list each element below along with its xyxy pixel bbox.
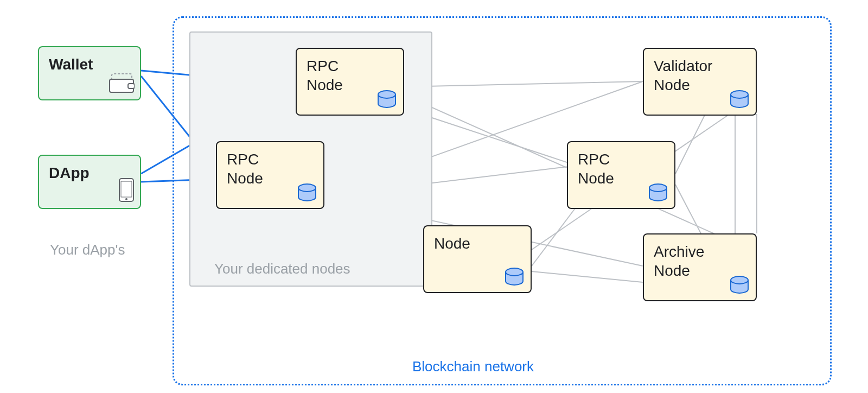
dedicated-caption: Your dedicated nodes [214,261,350,277]
phone-icon [118,178,135,205]
validator-node: Validator Node [643,48,757,116]
svg-rect-21 [128,84,135,88]
generic-node: Node [423,225,532,293]
network-rpc-node: RPC Node [567,141,675,209]
svg-point-27 [506,268,523,276]
clients-caption: Your dApp's [50,242,125,258]
svg-point-30 [731,276,748,284]
diagram-stage: Wallet DApp Your dApp's RPC Node RPC Nod… [0,0,868,393]
network-caption: Blockchain network [412,358,534,375]
dedicated-rpc-node-2: RPC Node [216,141,324,209]
svg-point-26 [298,184,316,192]
network-rpc-node-label: RPC Node [578,150,665,188]
wallet-label: Wallet [49,55,130,74]
wallet-icon [108,73,135,96]
svg-rect-23 [121,181,132,197]
database-icon [503,267,525,289]
database-icon [376,90,398,111]
dedicated-rpc-node-2-label: RPC Node [227,150,314,188]
archive-node-label: Archive Node [654,242,746,280]
database-icon [729,275,750,297]
dapp-box: DApp [38,155,141,209]
svg-point-28 [649,184,667,192]
database-icon [729,90,750,111]
database-icon [647,183,669,205]
archive-node: Archive Node [643,233,757,301]
database-icon [296,183,318,205]
validator-node-label: Validator Node [654,56,746,94]
svg-point-24 [125,198,127,200]
dedicated-rpc-node-1-label: RPC Node [307,56,393,94]
svg-point-25 [378,91,395,98]
svg-point-29 [731,91,748,98]
generic-node-label: Node [434,234,521,253]
dedicated-rpc-node-1: RPC Node [296,48,404,116]
wallet-box: Wallet [38,46,141,100]
